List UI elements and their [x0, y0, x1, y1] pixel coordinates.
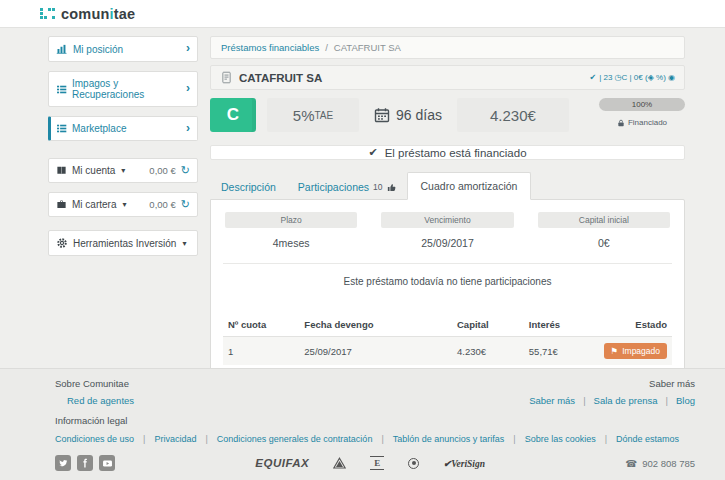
separator — [205, 434, 207, 444]
footer-legal-heading: Información legal — [55, 415, 695, 426]
summary-value-vencimiento: 25/09/2017 — [381, 237, 513, 249]
tab-descripcion[interactable]: Descripción — [210, 175, 287, 199]
footer-link-blog[interactable]: Blog — [676, 395, 695, 406]
footer-link-condiciones-uso[interactable]: Condiciones de uso — [55, 434, 134, 444]
term-days-label: 96 días — [396, 107, 442, 123]
cell-interes: 55,71€ — [524, 337, 596, 366]
summary-header-capital-inicial: Capital inicial — [538, 212, 670, 228]
col-header-estado: Estado — [596, 313, 672, 337]
separator — [605, 434, 607, 444]
sidebar-item-label: Marketplace — [72, 123, 126, 134]
summary-value-plazo: 4meses — [225, 237, 357, 249]
amortization-panel: Plazo 4meses Vencimiento 25/09/2017 Capi… — [210, 199, 685, 368]
col-header-fecha: Fecha devengo — [299, 313, 452, 337]
sidebar-item-mi-posicion[interactable]: Mi posición › — [48, 36, 198, 62]
separator — [513, 434, 515, 444]
document-icon — [220, 71, 233, 84]
loan-summary: Plazo 4meses Vencimiento 25/09/2017 Capi… — [223, 212, 672, 249]
ledger-icon — [56, 165, 67, 176]
loan-title: CATAFRUIT SA — [239, 72, 322, 84]
funded-status: Financiado — [599, 118, 685, 127]
summary-header-plazo: Plazo — [225, 212, 357, 228]
rate-unit: TAE — [314, 110, 333, 121]
breadcrumb-link-prestamos[interactable]: Préstamos financiables — [221, 42, 319, 53]
loan-stats-row: C 5%TAE 96 días 4.230€ 100% Financiado — [210, 98, 685, 132]
sidebar-item-label: Mi cuenta — [72, 165, 115, 176]
funded-label: Financiado — [628, 118, 667, 127]
summary-header-vencimiento: Vencimiento — [381, 212, 513, 228]
amortization-table: Nº cuota Fecha devengo Capital Interés E… — [223, 313, 672, 365]
footer-link-tablon-anuncios[interactable]: Tablón de anuncios y tarifas — [393, 434, 505, 444]
sidebar-item-mi-cuenta[interactable]: Mi cuenta ▾ 0,00 € ↻ — [48, 158, 198, 183]
footer-link-privacidad[interactable]: Privacidad — [154, 434, 196, 444]
verisign-logo: ✔VeriSign — [443, 458, 485, 469]
footer-link-donde-estamos[interactable]: Dónde estamos — [616, 434, 679, 444]
list-icon — [56, 84, 67, 95]
asnef-logo — [333, 457, 346, 470]
chevron-right-icon: › — [186, 124, 190, 134]
page: comunitae Mi posición › Impagos y Recupe… — [0, 0, 725, 480]
sidebar-item-label: Impagos y Recuperaciones — [72, 78, 181, 100]
chevron-down-icon: ▾ — [121, 166, 125, 175]
separator — [143, 434, 145, 444]
table-row: 1 25/09/2017 4.230€ 55,71€ ⚑ Impagado — [223, 337, 672, 366]
phone-number: 902 808 785 — [642, 458, 695, 469]
amount-box: 4.230€ — [457, 98, 569, 132]
partner-logos: EQUIFAX E ✔VeriSign — [115, 456, 625, 470]
sidebar-item-impagos[interactable]: Impagos y Recuperaciones › — [48, 71, 198, 107]
chevron-down-icon: ▾ — [182, 239, 186, 248]
separator — [666, 395, 668, 406]
funded-banner: ✔ El préstamo está financiado — [210, 145, 685, 160]
footer-link-red-de-agentes[interactable]: Red de agentes — [67, 395, 134, 406]
divider — [223, 263, 672, 264]
phone-icon: ☎ — [625, 458, 637, 469]
chevron-right-icon: › — [186, 44, 190, 54]
list-icon — [56, 123, 67, 134]
breadcrumb-current: CATAFRUIT SA — [334, 42, 401, 53]
separator — [583, 395, 585, 406]
status-badge-label: Impagado — [622, 346, 660, 356]
footer-link-condiciones-contratacion[interactable]: Condiciones generales de contratación — [217, 434, 373, 444]
facebook-icon[interactable] — [77, 455, 93, 471]
sidebar-item-marketplace[interactable]: Marketplace › — [48, 116, 198, 141]
top-bar: comunitae — [0, 0, 725, 28]
sidebar-item-label: Mi posición — [73, 44, 123, 55]
twitter-icon[interactable] — [55, 455, 71, 471]
refresh-icon[interactable]: ↻ — [181, 166, 190, 175]
main-content: Préstamos financiables / CATAFRUIT SA CA… — [210, 36, 685, 368]
progress-bar: 100% — [599, 98, 685, 111]
seal-logo — [408, 458, 419, 469]
footer-link-cookies[interactable]: Sobre las cookies — [525, 434, 596, 444]
sidebar-item-label: Mi cartera — [72, 199, 116, 210]
sidebar-item-mi-cartera[interactable]: Mi cartera ▾ 0,00 € ↻ — [48, 192, 198, 217]
footer-link-sala-de-prensa[interactable]: Sala de prensa — [594, 395, 658, 406]
footer-link-saber-mas[interactable]: Saber más — [529, 395, 575, 406]
account-balance: 0,00 € — [149, 165, 175, 176]
rate-value: 5% — [293, 107, 315, 124]
refresh-icon[interactable]: ↻ — [181, 200, 190, 209]
chevron-right-icon: › — [186, 84, 190, 94]
thumbs-up-icon — [387, 183, 396, 192]
equifax-logo: EQUIFAX — [255, 457, 309, 469]
sidebar-item-herramientas[interactable]: Herramientas Inversión ▾ — [48, 230, 198, 256]
crest-logo: E — [370, 456, 384, 470]
footer-about-heading: Sobre Comunitae — [55, 378, 134, 389]
rate-box: 5%TAE — [267, 98, 359, 132]
loan-meta: ✔ | 23 ◷C | 0€ (◈ %) ◉ — [589, 73, 675, 82]
tabs: Descripción Participaciones 10 Cuadro am… — [210, 172, 685, 199]
breadcrumb-separator: / — [325, 42, 328, 53]
lock-icon — [617, 119, 625, 127]
funded-banner-text: El préstamo está financiado — [385, 147, 527, 159]
gear-icon — [56, 237, 68, 249]
tab-cuadro-amortizacion[interactable]: Cuadro amortización — [407, 172, 532, 200]
check-icon: ✔ — [589, 73, 596, 82]
participaciones-count: 10 — [373, 182, 382, 192]
youtube-icon[interactable] — [99, 455, 115, 471]
chart-icon — [56, 43, 68, 55]
social-icons — [55, 455, 115, 471]
term-days: 96 días — [374, 98, 442, 132]
sidebar: Mi posición › Impagos y Recuperaciones ›… — [48, 36, 198, 368]
cell-fecha: 25/09/2017 — [299, 337, 452, 366]
tab-participaciones[interactable]: Participaciones 10 — [287, 175, 407, 199]
comunitae-logo[interactable]: comunitae — [40, 6, 135, 22]
